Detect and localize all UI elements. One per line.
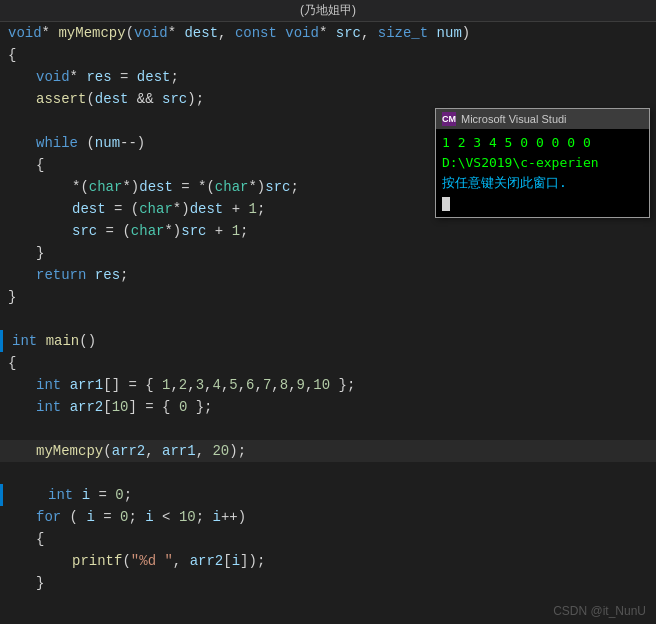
popup-icon: CM (442, 112, 456, 126)
code-line-24: { (0, 528, 656, 550)
popup-cursor (442, 197, 450, 211)
code-line-23: for ( i = 0; i < 10; i++) (0, 506, 656, 528)
code-line-2: { (0, 44, 656, 66)
top-bar-text: (乃地姐甲) (300, 3, 356, 17)
popup-cursor-line (442, 193, 643, 213)
code-line-17: int arr1[] = { 1,2,3,4,5,6,7,8,9,10 }; (0, 374, 656, 396)
code-line-21 (0, 462, 656, 484)
code-line-16: { (0, 352, 656, 374)
popup-numbers-line: 1 2 3 4 5 0 0 0 0 0 (442, 133, 643, 153)
code-line-1: void* myMemcpy(void* dest, const void* s… (0, 22, 656, 44)
popup-title: Microsoft Visual Studi (461, 113, 567, 125)
top-bar: (乃地姐甲) (0, 0, 656, 22)
code-line-13: } (0, 286, 656, 308)
code-line-12: return res; (0, 264, 656, 286)
code-line-19 (0, 418, 656, 440)
popup-window: CM Microsoft Visual Studi 1 2 3 4 5 0 0 … (435, 108, 650, 218)
code-line-11: } (0, 242, 656, 264)
popup-close-line: 按任意键关闭此窗口. (442, 173, 643, 193)
code-line-4: assert(dest && src); (0, 88, 656, 110)
popup-body: 1 2 3 4 5 0 0 0 0 0 D:\VS2019\c-experien… (436, 129, 649, 217)
code-line-18: int arr2[10] = { 0 }; (0, 396, 656, 418)
code-line-3: void* res = dest; (0, 66, 656, 88)
code-line-14 (0, 308, 656, 330)
popup-path-line: D:\VS2019\c-experien (442, 153, 643, 173)
code-line-26: } (0, 572, 656, 594)
code-editor: (乃地姐甲) void* myMemcpy(void* dest, const … (0, 0, 656, 624)
code-line-22: int i = 0; (0, 484, 656, 506)
csdn-watermark: CSDN @it_NunU (553, 604, 646, 618)
code-line-10: src = (char*)src + 1; (0, 220, 656, 242)
code-line-25: printf("%d ", arr2[i]); (0, 550, 656, 572)
code-line-15: int main() (0, 330, 656, 352)
code-line-20: myMemcpy(arr2, arr1, 20); (0, 440, 656, 462)
popup-titlebar: CM Microsoft Visual Studi (436, 109, 649, 129)
